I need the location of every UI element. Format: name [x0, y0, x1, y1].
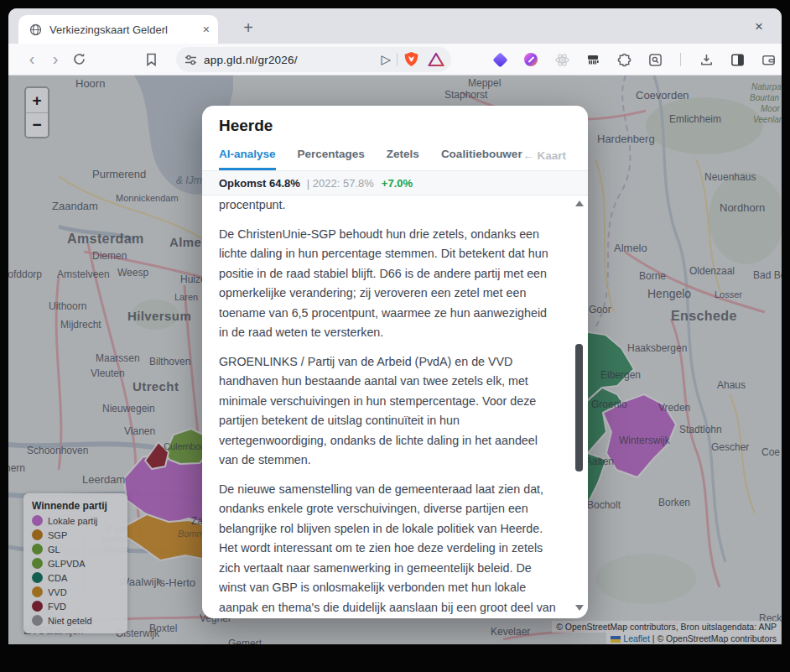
extension-diamond-icon[interactable]: [488, 48, 512, 71]
brave-rewards-icon[interactable]: [428, 52, 444, 67]
bookmark-icon[interactable]: [139, 48, 163, 71]
scrollbar-thumb[interactable]: [575, 344, 583, 471]
scroll-up-arrow[interactable]: [575, 201, 584, 206]
extensions-area: [488, 44, 782, 76]
analysis-paragraph: GROENLINKS / Partij van de Arbeid (PvdA)…: [219, 352, 558, 471]
new-tab-button[interactable]: +: [236, 16, 260, 39]
extension-colorpicker-icon[interactable]: [519, 48, 543, 71]
divider: [397, 53, 398, 66]
tab-bar: Verkiezingskaart Gelderl × + ×: [8, 8, 782, 44]
extension-atom-icon[interactable]: [550, 48, 574, 71]
forward-button[interactable]: ›: [44, 48, 67, 71]
reload-button[interactable]: [67, 48, 91, 71]
extension-comb-icon[interactable]: [581, 48, 605, 71]
divider: [680, 53, 681, 66]
turnout-change: +7.0%: [382, 177, 413, 190]
browser-window: Verkiezingskaart Gelderl × + × ‹ › app.g…: [8, 8, 782, 644]
tab-title: Verkiezingskaart Gelderl: [49, 23, 190, 36]
tab-title-fade: [171, 22, 193, 39]
screenshot-stage: Verkiezingskaart Gelderl × + × ‹ › app.g…: [0, 0, 790, 672]
turnout-previous: | 2022: 57.8%: [307, 177, 374, 190]
tab-ai-analyse[interactable]: AI-analyse: [219, 148, 276, 170]
tab-percentages[interactable]: Percentages: [298, 148, 365, 170]
send-icon[interactable]: ▷: [381, 52, 391, 67]
tab-coalitiebouwer[interactable]: Coalitiebouwer: [441, 148, 522, 170]
globe-icon: [29, 23, 42, 36]
sidebar-icon[interactable]: [725, 48, 749, 71]
municipality-dialog: Heerde AI-analysePercentagesZetelsCoalit…: [202, 106, 588, 618]
url-bar[interactable]: app.gld.nl/gr2026/ ▷: [176, 47, 451, 72]
browser-toolbar: ‹ › app.gld.nl/gr2026/ ▷: [8, 44, 782, 76]
analysis-paragraph: De nieuwe samenstelling van de gemeenter…: [219, 480, 558, 616]
downloads-icon[interactable]: [694, 48, 718, 71]
tab-close-icon[interactable]: ×: [203, 23, 210, 35]
tab-zetels[interactable]: Zetels: [387, 148, 419, 170]
turnout-value: Opkomst 64.8%: [219, 177, 300, 190]
tab-kaart[interactable]: ← Kaart: [522, 149, 566, 162]
turnout-bar: Opkomst 64.8% | 2022: 57.8% +7.0%: [202, 171, 588, 195]
scroll-down-arrow[interactable]: [575, 605, 584, 611]
analysis-paragraph: De ChristenUnie-SGP behoudt hun drie zet…: [219, 225, 558, 343]
back-button[interactable]: ‹: [20, 48, 44, 71]
analysis-text[interactable]: procentpunt.De ChristenUnie-SGP behoudt …: [219, 195, 558, 615]
analysis-paragraph: procentpunt.: [219, 195, 558, 216]
screenshot-search-icon[interactable]: [643, 48, 667, 71]
dialog-title: Heerde: [219, 117, 273, 135]
wallet-icon[interactable]: [756, 48, 780, 71]
extensions-puzzle-icon[interactable]: [612, 48, 636, 71]
dialog-tabs: AI-analysePercentagesZetelsCoalitiebouwe…: [219, 148, 522, 170]
site-settings-icon[interactable]: [185, 54, 197, 66]
dialog-scrollbar[interactable]: [574, 198, 584, 613]
brave-shield-icon[interactable]: [403, 51, 419, 69]
url-text[interactable]: app.gld.nl/gr2026/: [204, 54, 298, 66]
window-close-button[interactable]: ×: [748, 16, 770, 38]
browser-tab[interactable]: Verkiezingskaart Gelderl ×: [18, 15, 218, 44]
